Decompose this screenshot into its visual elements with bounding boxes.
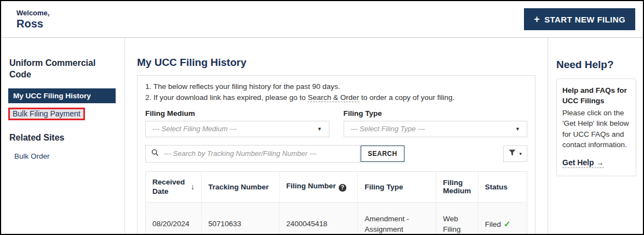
table-header-row: Received Date ↓ Tracking Number Filing N… <box>146 171 527 202</box>
start-new-filing-button[interactable]: + START NEW FILING <box>524 8 635 30</box>
cell-received-date: 08/20/2024 <box>146 202 202 234</box>
welcome-block: Welcome, Ross <box>16 9 49 30</box>
filing-medium-select[interactable]: --- Select Filing Medium --- ▼ <box>145 121 329 137</box>
help-box-title: Help and FAQs for UCC Filings <box>562 86 630 107</box>
search-box <box>145 145 360 163</box>
chevron-down-icon: ▼ <box>515 126 520 132</box>
sidebar-item-bulk-filing-payment[interactable]: Bulk Filing Payment <box>8 108 85 120</box>
instruction-line-2-suffix: to order a copy of your filing. <box>359 93 454 102</box>
cell-filing-type: Amendment - Assignment <box>358 202 436 234</box>
column-header-received-date: Received Date ↓ <box>146 171 202 202</box>
column-header-filing-type: Filing Type <box>358 171 436 202</box>
filing-type-filter: Filing Type --- Select Filing Type --- ▼ <box>344 109 528 137</box>
content: Uniform Commercial Code My UCC Filing Hi… <box>1 38 643 234</box>
search-icon <box>151 149 159 159</box>
main-panel: My UCC Filing History 1. The below refle… <box>125 38 548 234</box>
filter-funnel-icon <box>509 149 516 158</box>
cell-filing-number: 2400045418 <box>280 202 358 234</box>
help-sidebar: Need Help? Help and FAQs for UCC Filings… <box>548 38 643 234</box>
plus-icon: + <box>534 14 540 24</box>
instruction-line-2-prefix: 2. If your download link has expired, pl… <box>145 93 307 102</box>
get-help-label: Get Help <box>562 158 594 167</box>
filing-history-panel: 1. The below reflects your filing histor… <box>137 75 535 234</box>
filter-row: Filing Medium --- Select Filing Medium -… <box>145 109 527 137</box>
column-header-filing-medium: Filing Medium <box>436 171 478 202</box>
welcome-label: Welcome, <box>16 9 49 17</box>
filing-type-placeholder: --- Select Filing Type --- <box>351 125 425 133</box>
filing-medium-filter: Filing Medium --- Select Filing Medium -… <box>145 109 329 137</box>
check-icon: ✓ <box>504 219 511 228</box>
sidebar-item-my-ucc-filing-history[interactable]: My UCC Filing History <box>8 88 116 103</box>
sort-descending-icon[interactable]: ↓ <box>191 182 195 191</box>
arrow-right-icon: → <box>596 158 604 167</box>
search-input[interactable] <box>163 149 354 158</box>
cell-tracking-number: 50710633 <box>202 202 280 234</box>
get-help-link[interactable]: Get Help → <box>562 158 604 168</box>
column-header-filing-number: Filing Number? <box>280 171 358 202</box>
sidebar-section-title: Uniform Commercial Code <box>9 58 105 81</box>
page: Welcome, Ross + START NEW FILING Uniform… <box>0 0 644 235</box>
column-header-tracking-number: Tracking Number <box>202 171 280 202</box>
page-title: My UCC Filing History <box>137 57 535 69</box>
search-row: SEARCH ▾ <box>145 145 527 163</box>
need-help-title: Need Help? <box>556 59 636 71</box>
table-row: 08/20/2024 50710633 2400045418 Amendment… <box>146 202 527 234</box>
chevron-down-icon: ▼ <box>317 126 322 132</box>
filing-medium-placeholder: --- Select Filing Medium --- <box>152 125 237 133</box>
filing-medium-label: Filing Medium <box>145 109 329 118</box>
instruction-line-1: 1. The below reflects your filing histor… <box>145 81 527 92</box>
help-box-text: Please click on the 'Get Help' link belo… <box>562 108 630 150</box>
top-bar: Welcome, Ross + START NEW FILING <box>1 1 643 38</box>
help-box: Help and FAQs for UCC Filings Please cli… <box>556 79 636 176</box>
help-tooltip-icon[interactable]: ? <box>339 184 346 192</box>
chevron-down-icon: ▾ <box>519 151 522 156</box>
username: Ross <box>16 18 49 30</box>
related-sites-title: Related Sites <box>9 132 105 144</box>
table-filter-button[interactable]: ▾ <box>503 146 527 162</box>
filing-history-table: Received Date ↓ Tracking Number Filing N… <box>145 171 527 234</box>
sidebar-item-bulk-order[interactable]: Bulk Order <box>9 152 117 160</box>
cell-filing-medium: Web Filing <box>436 202 478 234</box>
cell-status: Filed✓ <box>478 202 527 234</box>
filing-type-label: Filing Type <box>344 109 528 118</box>
sidebar-item-bulk-filing-payment-highlight: Bulk Filing Payment <box>8 108 117 120</box>
search-and-order-link[interactable]: Search & Order <box>307 93 359 102</box>
instruction-line-2: 2. If your download link has expired, pl… <box>145 92 527 103</box>
start-new-filing-label: START NEW FILING <box>544 15 625 24</box>
filing-type-select[interactable]: --- Select Filing Type --- ▼ <box>344 121 528 137</box>
status-label: Filed <box>485 220 501 228</box>
search-button[interactable]: SEARCH <box>361 146 404 162</box>
left-sidebar: Uniform Commercial Code My UCC Filing Hi… <box>1 38 125 234</box>
column-header-status: Status <box>478 171 527 202</box>
